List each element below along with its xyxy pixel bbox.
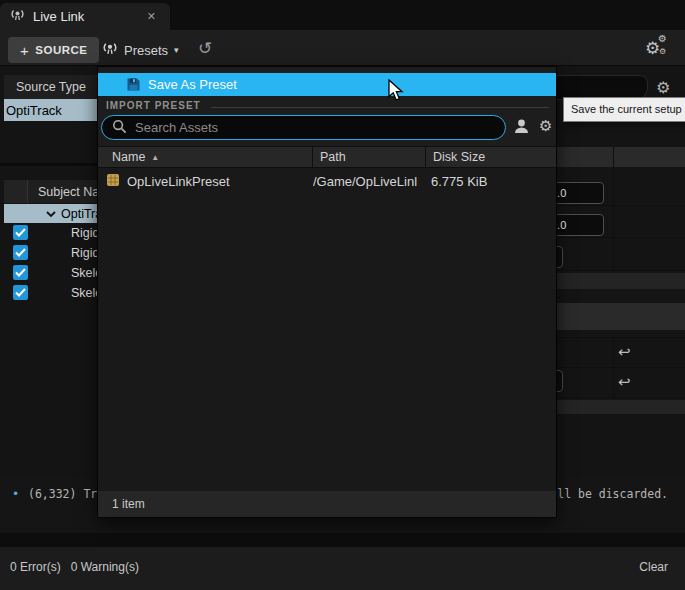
details-section-band <box>557 400 685 414</box>
details-gear-icon[interactable]: ⚙ <box>656 78 670 97</box>
status-divider <box>0 533 685 547</box>
log-bullet-icon: • <box>12 487 19 501</box>
save-as-preset-label: Save As Preset <box>148 77 237 92</box>
asset-disk-size: 6.775 KiB <box>426 174 556 189</box>
reset-to-default-icon[interactable]: ↩ <box>618 343 631 361</box>
save-as-preset-item[interactable]: Save As Preset <box>98 73 556 96</box>
column-header-name[interactable]: Name ▲ <box>98 147 313 167</box>
chevron-down-icon: ▾ <box>174 45 179 55</box>
live-link-window: Live Link ✕ + SOURCE Presets ▾ ↺ ⚙ ⚙ ⚙ S… <box>0 0 685 590</box>
subject-checkbox[interactable] <box>13 245 28 260</box>
live-link-icon <box>10 8 25 26</box>
import-preset-label: IMPORT PRESET <box>106 100 201 111</box>
status-bar: 0 Error(s) 0 Warning(s) Clear <box>0 547 685 590</box>
grid-line <box>557 367 685 368</box>
search-placeholder: Search Assets <box>135 120 218 135</box>
person-filter-icon[interactable] <box>513 118 530 137</box>
subject-checkbox[interactable] <box>13 285 28 300</box>
add-source-button[interactable]: + SOURCE <box>8 37 99 63</box>
plus-icon: + <box>20 42 29 59</box>
asset-path: /Game/OpLiveLinl <box>313 174 426 189</box>
subject-check-column-header[interactable] <box>4 180 28 203</box>
import-preset-section: IMPORT PRESET <box>98 98 556 114</box>
subject-checkbox[interactable] <box>13 225 28 240</box>
grid-line <box>557 205 685 206</box>
asset-row[interactable]: OpLiveLinkPreset /Game/OpLiveLinl 6.775 … <box>98 170 556 192</box>
presets-button[interactable]: Presets ▾ <box>102 38 179 62</box>
reset-to-default-icon[interactable]: ↩ <box>618 373 631 391</box>
asset-count-footer: 1 item <box>98 491 556 517</box>
grid-vline <box>613 337 614 397</box>
details-section-band <box>557 273 685 289</box>
asset-name: OpLiveLinkPreset <box>127 174 230 189</box>
log-message-right: ll be discarded. <box>557 487 668 501</box>
live-link-presets-icon <box>102 41 118 60</box>
details-category-header[interactable] <box>557 303 685 330</box>
undo-icon[interactable]: ↺ <box>198 38 212 59</box>
tab-title: Live Link <box>33 9 135 24</box>
tree-expand-icon[interactable] <box>46 207 56 221</box>
source-button-label: SOURCE <box>35 44 87 56</box>
subject-checkbox[interactable] <box>13 265 28 280</box>
tab-close-icon[interactable]: ✕ <box>143 10 160 23</box>
view-options-gear-icon[interactable]: ⚙ <box>539 117 552 135</box>
tooltip: Save the current setup <box>563 97 685 122</box>
asset-table-header: Name ▲ Path Disk Size <box>98 146 556 168</box>
grid-line <box>557 270 685 271</box>
asset-icon <box>106 173 120 190</box>
details-category-header[interactable] <box>557 147 685 167</box>
section-rule <box>211 107 549 108</box>
presets-button-label: Presets <box>124 43 168 58</box>
settings-gears-icon[interactable]: ⚙ ⚙ ⚙ <box>645 36 677 62</box>
presets-dropdown-menu: Save As Preset IMPORT PRESET Search Asse… <box>97 66 557 518</box>
sort-ascending-icon: ▲ <box>151 153 159 162</box>
tab-live-link[interactable]: Live Link ✕ <box>0 3 170 30</box>
clear-button[interactable]: Clear <box>639 560 668 574</box>
log-message-left: (6,332) Try <box>28 487 104 501</box>
grid-line <box>557 337 685 338</box>
asset-list-body <box>98 168 556 491</box>
column-header-disk-size[interactable]: Disk Size <box>426 147 556 167</box>
grid-vline <box>613 147 614 270</box>
grid-line <box>557 237 685 238</box>
error-count: 0 Error(s) <box>10 560 61 574</box>
warning-count: 0 Warning(s) <box>71 560 139 574</box>
save-icon <box>126 77 141 95</box>
grid-line <box>557 397 685 398</box>
search-assets-input[interactable]: Search Assets <box>101 115 506 140</box>
search-icon <box>112 119 127 137</box>
column-header-path[interactable]: Path <box>313 147 426 167</box>
